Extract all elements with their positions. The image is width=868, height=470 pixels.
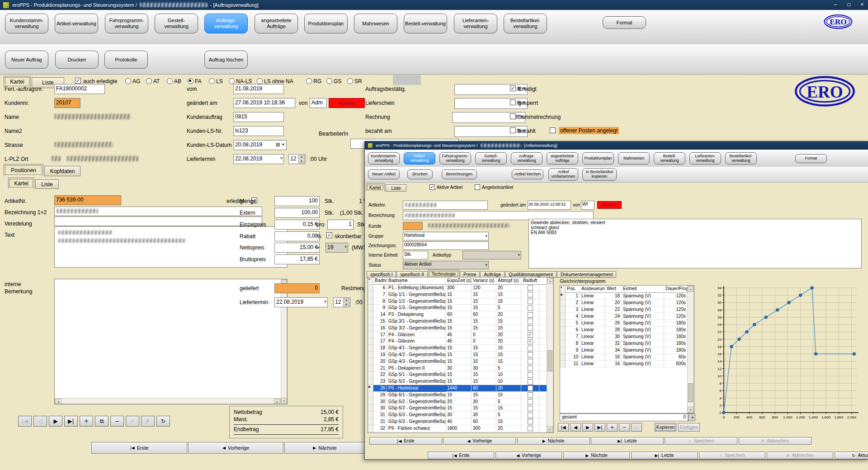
row-selector[interactable] (368, 405, 373, 412)
badluft-checkbox[interactable] (528, 379, 533, 385)
bath-table-scrollbar[interactable]: ▴▾ (547, 277, 553, 432)
row-selector[interactable] (368, 352, 373, 358)
filter-icon[interactable]: ▾ (368, 277, 373, 285)
letzte-button[interactable]: ▶|Letzte (591, 437, 664, 445)
badluft-checkbox[interactable] (528, 413, 533, 418)
erste-button[interactable]: |◀Erste (428, 451, 494, 459)
geliefert-input[interactable]: 0 (274, 283, 320, 293)
veredelung-input[interactable] (54, 216, 262, 226)
row-selector[interactable] (368, 425, 373, 432)
goto-first-icon[interactable]: |◀ (558, 423, 569, 432)
einfuegen-button[interactable]: Einfügen (678, 423, 700, 432)
table-row[interactable]: 7GSp 1/1 - Gegenstromfließspü151515 (368, 291, 553, 298)
ovl-interne-einheit-input[interactable]: Stk. (403, 251, 428, 259)
table-row[interactable]: 21P5 - Dekapieren II30305 (368, 365, 553, 372)
table-row[interactable]: 15GSp 3/1 - Gegenstromfließspü151515 (368, 318, 553, 325)
lieferschein-input[interactable]: ▦▼ (454, 98, 528, 109)
badluft-checkbox[interactable] (528, 285, 533, 291)
radio-ab[interactable] (167, 78, 173, 84)
nav-bestell-verwaltung[interactable]: Bestell-verwaltung (654, 152, 685, 164)
interne-bemerkung-textarea[interactable]: ▴ ▾ ◂ ▸ (54, 279, 288, 404)
radio-rg[interactable] (306, 78, 312, 84)
ovl-historie-button[interactable]: Historie (597, 201, 622, 209)
nav-mahnwesen[interactable]: Mahnwesen (354, 14, 397, 33)
nav-bestell-verwaltung[interactable]: Bestell-verwaltung (404, 14, 447, 33)
fert-auftragsnr-input[interactable]: FA19000002 (54, 84, 105, 94)
artikel-beschreibung-textarea[interactable]: Gewinde abdecken, strahlen, eloxiertschw… (528, 219, 862, 268)
kundenauftrag-input[interactable]: 0815 (233, 112, 284, 122)
toolbar-drucken[interactable]: Drucken (407, 169, 433, 179)
n-chste-button[interactable]: ▶Nächste (517, 437, 590, 445)
radio-ls-ohne-na[interactable] (257, 78, 263, 84)
badluft-checkbox[interactable] (528, 359, 533, 364)
toolbar-artikel-l-schen[interactable]: Artikel löschen (512, 169, 543, 179)
ovl-von-input[interactable]: WI (581, 201, 594, 210)
vorherige-button[interactable]: ◀Vorherige (443, 437, 516, 445)
filter-icon[interactable]: ▾ (560, 286, 566, 293)
goto-next-icon[interactable]: ▶ (582, 423, 593, 432)
table-row[interactable]: 19GSp 4/2 - Gegenstromfließspü151515 (368, 352, 553, 358)
add-record-icon[interactable]: + (607, 423, 618, 432)
n-chste-button[interactable]: ▶Nächste (563, 451, 630, 459)
bath-table[interactable]: ▾Badnr.BadnameExpoZeit (s)Varianz (s)Abt… (368, 277, 554, 433)
ovl-status-select[interactable]: Aktiver Artikel▾ (403, 261, 489, 269)
gleichrichterprogramm-table[interactable]: ▾Pos.AnsteuerungWertEinheitDauer/Prog▶1L… (560, 285, 694, 414)
aktive-artikel-checkbox[interactable]: ✓ (429, 184, 435, 190)
row-selector[interactable] (368, 332, 373, 338)
badluft-checkbox[interactable] (528, 399, 533, 404)
table-row[interactable]: 32P9 - Färben schwarz180030020 (368, 425, 553, 432)
goto-last-icon[interactable]: ▶| (64, 416, 78, 427)
delete-record-icon[interactable]: − (110, 416, 124, 427)
nav-lieferanten-verwaltung[interactable]: Lieferanten-verwaltung (454, 14, 497, 33)
horizontal-scrollbar[interactable]: ◂ ▸ (55, 398, 281, 404)
radio-fa[interactable] (188, 78, 193, 84)
nav-gestell-verwaltung[interactable]: Gestell-verwaltung (475, 152, 507, 164)
overlay-tab-kartei[interactable]: Kartei (366, 183, 385, 192)
gesperrt-checkbox[interactable] (510, 99, 516, 105)
artikelnr-input[interactable]: 736 539-00 (54, 195, 121, 205)
ovl-kunde-input[interactable] (403, 222, 423, 230)
row-selector[interactable] (560, 354, 566, 361)
table-row[interactable]: 30GSp 6/2 - Gegenstromfließspü151515 (368, 405, 553, 412)
extern-input[interactable]: 100,00 (274, 208, 320, 218)
vorherige-button[interactable]: ◀Vorherige (188, 442, 283, 454)
aktualisieren-button[interactable]: ↻Aktualisieren (835, 451, 868, 459)
offener-posten-checkbox[interactable] (550, 127, 556, 133)
toolbar-protokolle[interactable]: Protokolle (104, 51, 148, 69)
badluft-checkbox[interactable] (528, 426, 533, 431)
bezahlt-checkbox[interactable] (510, 127, 516, 133)
einzelpreis-input[interactable]: 0,15 € (274, 220, 320, 230)
table-row[interactable]: 6Linear28Spannung (V)180s (560, 327, 694, 334)
erste-button[interactable]: |◀Erste (369, 437, 442, 445)
current-row-marker-icon[interactable]: ▶ (368, 385, 373, 392)
badluft-checkbox[interactable]: ✓ (528, 339, 533, 344)
toolbar-drucken[interactable]: Drucken (55, 51, 99, 69)
badluft-checkbox[interactable]: ✓ (528, 385, 533, 391)
table-row[interactable]: 5Linear26Spannung (V)180s (560, 320, 694, 327)
column-header-varianz-s[interactable]: Varianz (s) (472, 277, 496, 285)
nav-fahrprogramm-verwaltung[interactable]: Fahrprogramm-verwaltung (105, 14, 148, 33)
table-row[interactable]: 2Linear20Spannung (V)120s (560, 300, 694, 306)
format-button[interactable]: Format (603, 16, 646, 29)
vom-input[interactable]: 21.08.2019 (233, 84, 284, 94)
column-header-badluft[interactable]: Badluft (521, 277, 539, 285)
row-selector[interactable] (368, 285, 373, 291)
goto-previous-icon[interactable]: ◀ (570, 423, 581, 432)
nav-artikel-verwaltung[interactable]: Artikel-verwaltung (404, 152, 435, 164)
table-row[interactable]: 18GSp 4/1 - Gegenstromfließspü151515 (368, 345, 553, 352)
toolbar-auftrag-l-schen[interactable]: Auftrag löschen (204, 51, 248, 69)
n-chste-button[interactable]: ▶Nächste (284, 442, 365, 454)
liefertermin-input[interactable]: 22.08.2019 ▾ (233, 154, 284, 164)
goto-last-icon[interactable]: ▶| (594, 423, 605, 432)
toolbar-berechnungen[interactable]: Berechnungen (442, 169, 477, 179)
row-selector[interactable] (560, 334, 566, 340)
row-selector[interactable] (368, 371, 373, 378)
row-selector[interactable] (560, 327, 566, 334)
skontierbar-checkbox[interactable]: ✓ (326, 232, 332, 238)
nav-auftrags-verwaltung[interactable]: Auftrags-verwaltung (204, 14, 248, 33)
column-header-einheit[interactable]: Einheit (622, 286, 664, 293)
row-selector[interactable] (368, 338, 373, 345)
liefertermin2-hour-stepper[interactable]: 12 ▲▼ (333, 297, 350, 307)
badluft-checkbox[interactable] (528, 306, 533, 311)
radio-sr[interactable] (347, 78, 353, 84)
